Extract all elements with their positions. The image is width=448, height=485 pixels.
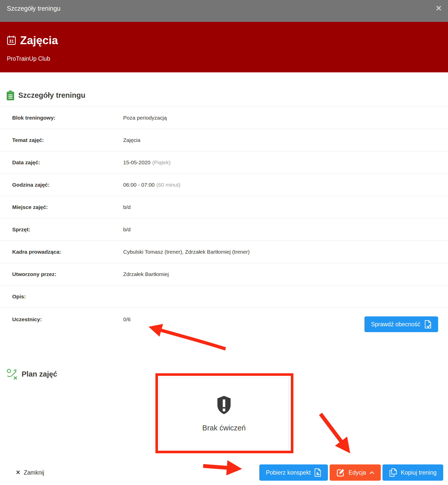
row-value: 06:00 - 07:00(60 minut) — [123, 181, 448, 188]
calendar-icon: 31 — [7, 35, 16, 45]
plan-heading-text: Plan zajęć — [22, 370, 57, 378]
row-value: Poza periodyzacją — [123, 114, 448, 121]
copy-training-label: Kopiuj trening — [401, 469, 437, 476]
details-heading: Szczegóły treningu — [0, 90, 448, 101]
training-details-modal: { "colors": { "titlebar_gray": "#757575"… — [0, 0, 448, 485]
row-label: Utworzony przez: — [0, 271, 123, 278]
no-exercises-panel: Brak ćwiczeń — [159, 378, 289, 450]
plan-heading: Plan zajęć — [6, 368, 57, 380]
row-label: Uczestnicy: — [0, 316, 123, 323]
close-x-icon: ✕ — [16, 469, 20, 476]
close-label: Zamknij — [24, 469, 44, 476]
calendar-day-number: 31 — [9, 39, 14, 44]
modal-title: Szczegóły treningu — [7, 4, 60, 13]
detail-row-place: Miejsce zajęć: b/d — [0, 196, 448, 218]
pdf-file-icon — [314, 468, 321, 477]
row-value: Zajęcia — [123, 137, 448, 143]
banner-subtitle: ProTrainUp Club — [7, 55, 448, 62]
document-check-icon — [424, 320, 431, 329]
edit-pencil-icon — [336, 468, 345, 477]
check-attendance-button[interactable]: Sprawdź obecność — [364, 316, 438, 332]
training-banner: 31 Zajęcia ProTrainUp Club — [0, 22, 448, 72]
download-outline-label: Pobierz konspekt — [266, 469, 311, 476]
row-label: Opis: — [0, 293, 123, 300]
detail-row-time: Godzina zajęć: 06:00 - 07:00(60 minut) — [0, 173, 448, 196]
copy-training-button[interactable]: Kopiuj trening — [382, 464, 443, 481]
clipboard-icon — [6, 90, 14, 101]
modal-titlebar: Szczegóły treningu ✕ — [0, 0, 448, 22]
banner-title: Zajęcia — [20, 34, 58, 47]
edit-label: Edycja — [348, 469, 366, 476]
row-value: b/d — [123, 226, 448, 233]
close-icon[interactable]: ✕ — [436, 4, 442, 13]
footer-actions: Pobierz konspekt Edycja — [259, 464, 443, 481]
edit-button[interactable]: Edycja — [330, 464, 381, 481]
row-label: Godzina zajęć: — [0, 181, 123, 188]
detail-row-description: Opis: — [0, 285, 448, 308]
row-label: Sprzęt: — [0, 226, 123, 233]
download-outline-button[interactable]: Pobierz konspekt — [259, 464, 328, 481]
row-label: Miejsce zajęć: — [0, 204, 123, 211]
strategy-icon — [6, 368, 18, 380]
check-attendance-label: Sprawdź obecność — [371, 321, 420, 328]
details-section: Szczegóły treningu Blok treningowy: Poza… — [0, 72, 448, 361]
modal-footer: ✕ Zamknij Pobierz konspekt Edycja — [0, 464, 448, 481]
close-modal-button[interactable]: ✕ Zamknij — [16, 469, 44, 476]
row-value: Cybulski Tomasz (trener), Zdrzałek Bartł… — [123, 248, 448, 255]
row-value: b/d — [123, 204, 448, 211]
row-label: Temat zajęć: — [0, 137, 123, 143]
shield-alert-icon — [216, 395, 232, 415]
detail-row-staff: Kadra prowadząca: Cybulski Tomasz (trene… — [0, 240, 448, 263]
detail-row-topic: Temat zajęć: Zajęcia — [0, 129, 448, 151]
row-value-muted: (60 minut) — [156, 182, 181, 188]
row-label: Data zajęć: — [0, 159, 123, 166]
detail-row-equipment: Sprzęt: b/d — [0, 218, 448, 240]
detail-row-training-block: Blok treningowy: Poza periodyzacją — [0, 106, 448, 129]
row-value: Zdrzałek Bartłomiej — [123, 271, 448, 278]
annotation-arrow-edit — [321, 414, 343, 444]
chevron-up-icon — [370, 471, 374, 474]
detail-row-date: Data zajęć: 15-05-2020(Piątek) — [0, 151, 448, 173]
details-heading-text: Szczegóły treningu — [18, 91, 85, 100]
detail-row-created-by: Utworzony przez: Zdrzałek Bartłomiej — [0, 263, 448, 285]
detail-row-participants: Uczestnicy: 0/6 Sprawdź obecność — [0, 308, 448, 361]
row-value-muted: (Piątek) — [152, 159, 170, 165]
no-exercises-text: Brak ćwiczeń — [202, 424, 246, 432]
row-value: 15-05-2020(Piątek) — [123, 159, 448, 166]
row-label: Blok treningowy: — [0, 114, 123, 121]
row-label: Kadra prowadząca: — [0, 248, 123, 255]
copy-icon — [389, 468, 397, 477]
participants-count: 0/6 — [123, 316, 131, 323]
